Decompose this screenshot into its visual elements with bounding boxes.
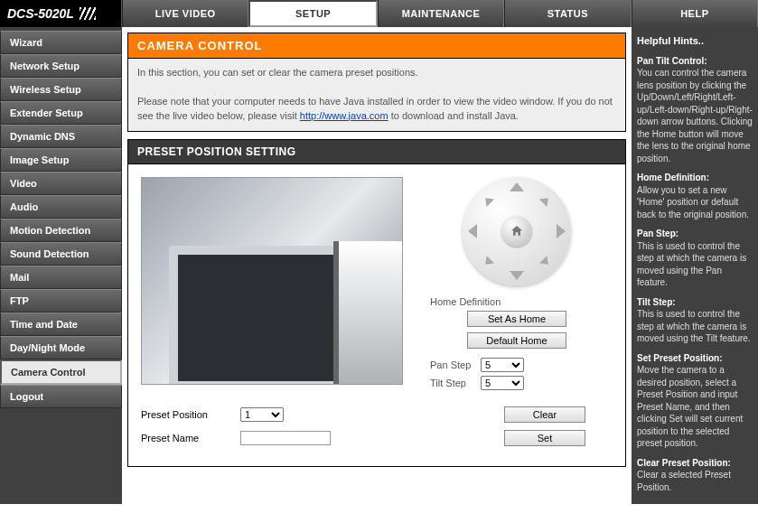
- help-title: Helpful Hints..: [637, 34, 753, 48]
- sidebar-item-motion[interactable]: Motion Detection: [0, 219, 122, 242]
- preset-name-input[interactable]: [240, 431, 331, 445]
- sidebar-item-video[interactable]: Video: [0, 172, 122, 195]
- sidebar-item-mail[interactable]: Mail: [0, 266, 122, 289]
- set-button[interactable]: Set: [504, 430, 585, 446]
- sidebar-item-sound[interactable]: Sound Detection: [0, 242, 122, 266]
- sidebar-item-ddns[interactable]: Dynamic DNS: [0, 125, 122, 148]
- sidebar-item-wizard[interactable]: Wizard: [0, 31, 122, 54]
- preset-name-label: Preset Name: [141, 433, 240, 443]
- sidebar-item-audio[interactable]: Audio: [0, 195, 122, 219]
- hint-panstep-body: This is used to control the step at whic…: [637, 240, 753, 289]
- hint-setpreset-body: Move the camera to a desired position, s…: [637, 364, 753, 450]
- intro-text-b: to download and install Java.: [388, 110, 519, 121]
- tab-maintenance[interactable]: MAINTENANCE: [378, 0, 504, 27]
- sidebar-item-logout[interactable]: Logout: [0, 385, 122, 408]
- camera-control-header: CAMERA CONTROL: [127, 33, 626, 59]
- java-link[interactable]: http://www.java.com: [300, 110, 388, 121]
- hint-clearpreset-title: Clear Preset Position:: [637, 457, 753, 470]
- hint-panstep-title: Pan Step:: [637, 228, 753, 240]
- sidebar-item-daynight[interactable]: Day/Night Mode: [0, 336, 122, 359]
- tilt-step-label: Tilt Step: [430, 378, 481, 388]
- sidebar-item-ftp[interactable]: FTP: [0, 289, 122, 313]
- clear-button[interactable]: Clear: [504, 406, 585, 423]
- home-icon: [510, 224, 524, 238]
- pan-step-select[interactable]: 5: [481, 358, 524, 372]
- hint-home-title: Home Definition:: [637, 172, 753, 184]
- intro-line2: Please note that your computer needs to …: [137, 95, 616, 124]
- tab-status[interactable]: STATUS: [504, 0, 631, 27]
- tab-help[interactable]: HELP: [632, 0, 758, 27]
- hint-home-body: Allow you to set a new 'Home' position o…: [637, 184, 753, 221]
- hint-tiltstep-body: This is used to control the step at whic…: [637, 308, 753, 345]
- live-video-preview: [141, 177, 403, 385]
- sidebar-item-network[interactable]: Network Setup: [0, 54, 122, 78]
- logo-stripes-icon: [80, 7, 96, 20]
- ptz-up-icon[interactable]: [510, 182, 524, 191]
- hint-pantilt-title: Pan Tilt Control:: [637, 55, 753, 68]
- preset-position-header: PRESET POSITION SETTING: [127, 139, 626, 164]
- ptz-left-icon[interactable]: [468, 224, 477, 238]
- sidebar-item-wireless[interactable]: Wireless Setup: [0, 78, 122, 101]
- hint-pantilt-body: You can control the camera lens position…: [637, 67, 753, 164]
- brand-text: DCS-5020L: [7, 6, 74, 21]
- hint-clearpreset-body: Clear a selected Preset Position.: [637, 469, 753, 493]
- tab-setup[interactable]: SETUP: [248, 0, 377, 27]
- set-as-home-button[interactable]: Set As Home: [467, 311, 566, 327]
- main-content: CAMERA CONTROL In this section, you can …: [122, 27, 632, 504]
- ptz-right-icon[interactable]: [557, 224, 566, 238]
- hint-setpreset-title: Set Preset Position:: [637, 352, 753, 365]
- pan-step-label: Pan Step: [430, 359, 481, 370]
- top-nav: DCS-5020L LIVE VIDEO SETUP MAINTENANCE S…: [0, 0, 758, 27]
- preset-position-label: Preset Position: [141, 409, 240, 420]
- intro-line1: In this section, you can set or clear th…: [137, 66, 616, 80]
- ptz-down-icon[interactable]: [510, 271, 524, 280]
- sidebar-item-camera-control[interactable]: Camera Control: [0, 359, 122, 385]
- tab-live-video[interactable]: LIVE VIDEO: [122, 0, 248, 27]
- sidebar-item-time[interactable]: Time and Date: [0, 313, 122, 336]
- preset-position-select[interactable]: 1: [240, 407, 284, 422]
- sidebar-item-image[interactable]: Image Setup: [0, 148, 122, 172]
- ptz-home-button[interactable]: [501, 216, 532, 247]
- tilt-step-select[interactable]: 5: [481, 376, 524, 390]
- help-panel: Helpful Hints.. Pan Tilt Control: You ca…: [632, 27, 758, 504]
- hint-tiltstep-title: Tilt Step:: [637, 296, 753, 309]
- home-definition-label: Home Definition: [421, 296, 501, 307]
- camera-control-intro: In this section, you can set or clear th…: [127, 59, 626, 132]
- brand-logo: DCS-5020L: [0, 0, 122, 27]
- ptz-control-pad: [463, 177, 571, 285]
- sidebar-item-extender[interactable]: Extender Setup: [0, 101, 122, 125]
- default-home-button[interactable]: Default Home: [467, 332, 566, 349]
- sidebar: Wizard Network Setup Wireless Setup Exte…: [0, 27, 122, 504]
